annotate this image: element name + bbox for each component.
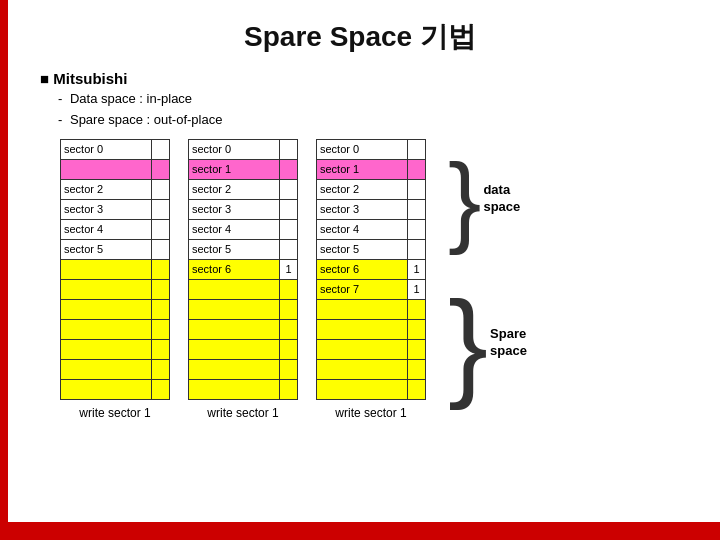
table-row — [61, 319, 170, 339]
table-row — [189, 279, 298, 299]
table-row — [189, 339, 298, 359]
table-row: sector 61 — [189, 259, 298, 279]
right-annotations: } dataspace } Sparespace — [448, 139, 527, 419]
table-row: sector 71 — [317, 279, 426, 299]
brace-data-symbol: } — [448, 149, 481, 249]
content-area: ■ Mitsubishi - Data space : in-place - S… — [0, 66, 720, 131]
table-row — [61, 339, 170, 359]
diagram-1: sector 0 sector 2 sector 3 sector 4 sect… — [60, 139, 170, 420]
write-label-1: write sector 1 — [79, 406, 150, 420]
diagram-1-table: sector 0 sector 2 sector 3 sector 4 sect… — [60, 139, 170, 400]
table-row — [61, 159, 170, 179]
table-row — [61, 379, 170, 399]
brace-spare-symbol: } — [448, 283, 488, 403]
table-row: sector 0 — [61, 139, 170, 159]
table-row: sector 5 — [317, 239, 426, 259]
table-row: sector 1 — [189, 159, 298, 179]
table-row: sector 0 — [317, 139, 426, 159]
table-row — [317, 299, 426, 319]
table-row — [61, 359, 170, 379]
diagram-2-table: sector 0 sector 1 sector 2 sector 3 sect… — [188, 139, 298, 400]
table-row — [317, 359, 426, 379]
table-row — [189, 359, 298, 379]
spare-space-label: Sparespace — [490, 326, 527, 360]
table-row: sector 4 — [317, 219, 426, 239]
table-row — [61, 259, 170, 279]
diagram-3: sector 0 sector 1 sector 2 sector 3 sect… — [316, 139, 426, 420]
table-row: sector 2 — [189, 179, 298, 199]
table-row: sector 2 — [317, 179, 426, 199]
table-row — [317, 319, 426, 339]
table-row: sector 2 — [61, 179, 170, 199]
table-row: sector 61 — [317, 259, 426, 279]
table-row: sector 1 — [317, 159, 426, 179]
data-space-label: dataspace — [483, 182, 520, 216]
sub-bullet-1: - Data space : in-place — [40, 89, 720, 110]
table-row: sector 4 — [61, 219, 170, 239]
table-row: sector 4 — [189, 219, 298, 239]
table-row: sector 5 — [189, 239, 298, 259]
table-row: sector 5 — [61, 239, 170, 259]
table-row — [61, 279, 170, 299]
data-space-brace: } dataspace — [448, 139, 527, 259]
table-row — [189, 319, 298, 339]
write-label-3: write sector 1 — [335, 406, 406, 420]
diagrams-wrapper: sector 0 sector 2 sector 3 sector 4 sect… — [0, 131, 720, 420]
table-row — [61, 299, 170, 319]
table-row: sector 3 — [189, 199, 298, 219]
table-row — [189, 299, 298, 319]
table-row — [317, 379, 426, 399]
spare-space-brace: } Sparespace — [448, 271, 527, 416]
page-title: Spare Space 기법 — [0, 0, 720, 66]
diagram-3-table: sector 0 sector 1 sector 2 sector 3 sect… — [316, 139, 426, 400]
write-label-2: write sector 1 — [207, 406, 278, 420]
table-row: sector 3 — [317, 199, 426, 219]
red-bar-bottom — [0, 522, 720, 540]
table-row: sector 3 — [61, 199, 170, 219]
sub-bullet-2: - Spare space : out-of-place — [40, 110, 720, 131]
table-row: sector 0 — [189, 139, 298, 159]
diagram-2: sector 0 sector 1 sector 2 sector 3 sect… — [188, 139, 298, 420]
bullet-mitsubishi: ■ Mitsubishi — [40, 70, 720, 87]
table-row — [189, 379, 298, 399]
table-row — [317, 339, 426, 359]
